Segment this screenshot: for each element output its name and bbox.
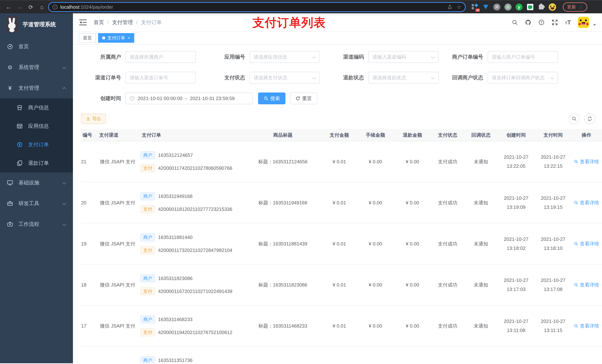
breadcrumb-section[interactable]: 支付管理	[112, 19, 133, 26]
pay-tag: 支付	[140, 205, 155, 213]
col-id: 编号	[81, 132, 98, 138]
refresh-icon	[587, 116, 592, 121]
cell-notify: 未通知	[464, 323, 498, 329]
search-icon[interactable]	[512, 19, 518, 26]
pay-tag: 支付	[140, 287, 155, 295]
tag-close-icon[interactable]: ×	[128, 35, 130, 40]
cell-refund: ¥ 0.00	[394, 159, 431, 165]
monitor-icon	[7, 179, 13, 186]
create-time-range-picker[interactable]: 2021-10-01 00:00:00 - 2021-10-31 23:59:5…	[126, 93, 253, 104]
merchant-tag: 商户	[140, 274, 155, 282]
refresh-icon	[295, 96, 300, 101]
sidebar-item-system[interactable]: ⚙ 系统管理	[0, 57, 73, 78]
briefcase-icon	[7, 221, 13, 228]
filter-label-channel-order-no: 渠道订单号	[81, 74, 126, 81]
avatar-dropdown-icon[interactable]	[593, 24, 596, 26]
channel-order-no-input[interactable]	[126, 72, 196, 83]
sidebar-item-pay[interactable]: ¥ 支付管理	[0, 78, 73, 98]
avatar[interactable]	[578, 17, 589, 28]
export-button[interactable]: 导出	[81, 114, 106, 124]
extension-puzzle-icon[interactable]	[538, 3, 545, 11]
cell-id: 18	[81, 282, 98, 288]
reset-button[interactable]: 重置	[290, 93, 317, 104]
notify-status-select[interactable]: 请选择订单回调商户状态	[488, 72, 558, 83]
site-info-icon[interactable]: i	[53, 5, 57, 10]
extension-chat-icon[interactable]	[527, 3, 534, 11]
sidebar-item-workflow[interactable]: 工作流程	[0, 214, 73, 235]
view-detail-link[interactable]: 查看详情	[572, 199, 601, 206]
col-title: 商品标题	[244, 132, 322, 138]
date-start: 2021-10-01 00:00:00	[138, 96, 182, 101]
cell-amount: ¥ 0.01	[322, 323, 357, 329]
cell-channel: 微信 JSAPI 支付	[98, 241, 140, 247]
sidebar-item-infra[interactable]: 基础设施	[0, 172, 73, 193]
bookmark-star-icon[interactable]: ☆	[457, 4, 461, 10]
view-detail-link[interactable]: 查看详情	[572, 158, 601, 165]
date-end: 2021-10-31 23:59:59	[190, 96, 235, 101]
app-select[interactable]: 请选择应用信息	[249, 51, 320, 63]
filter-label-pay-status: 支付状态	[196, 74, 249, 81]
back-icon[interactable]: ←	[4, 4, 13, 10]
extension-grid-icon[interactable]: 10	[471, 3, 478, 11]
extension-y-icon[interactable]: y	[515, 3, 523, 11]
refresh-table-button[interactable]	[584, 113, 595, 124]
active-dot	[102, 36, 105, 39]
cell-refund: ¥ 0.00	[394, 241, 431, 247]
shop-icon	[16, 104, 23, 111]
sidebar-item-home[interactable]: 首页	[0, 36, 73, 57]
sidebar-item-label: 研发工具	[19, 200, 39, 207]
cell-id: 21	[81, 159, 98, 165]
merchant-tag: 商户	[140, 356, 155, 363]
tag-pay-order[interactable]: 支付订单 ×	[98, 33, 134, 43]
refund-status-select[interactable]: 请选择退款状态	[368, 72, 439, 83]
cell-paid: 2021-10-2713:22:15	[535, 154, 572, 169]
cell-channel: 微信 JSAPI 支付	[98, 323, 140, 329]
toggle-search-button[interactable]	[569, 113, 580, 124]
channel-code-select[interactable]: 请输入渠道编码	[368, 51, 439, 63]
sidebar-item-pay-order[interactable]: 支付订单	[0, 135, 73, 154]
cell-channel: 微信 JSAPI 支付	[98, 199, 140, 206]
sidebar-item-app-info[interactable]: 应用信息	[0, 117, 73, 135]
cell-status: 支付成功	[431, 282, 464, 288]
view-detail-link[interactable]: 查看详情	[572, 323, 601, 329]
pay-status-select[interactable]: 请选择支付状态	[249, 72, 320, 83]
col-fee: 手续金额	[357, 132, 394, 138]
forward-icon[interactable]: →	[15, 4, 24, 10]
sidebar-fold-icon[interactable]	[79, 19, 87, 26]
help-icon[interactable]: ?	[538, 19, 545, 26]
font-size-icon[interactable]: TT	[565, 19, 571, 26]
chevron-down-icon	[62, 201, 66, 205]
search-button[interactable]: 搜索	[258, 93, 285, 104]
col-notify: 回调状态	[464, 132, 498, 138]
extension-command-icon[interactable]: ⌘	[493, 3, 501, 11]
search-icon	[574, 324, 578, 328]
sidebar-item-merchant-info[interactable]: 商户信息	[0, 98, 73, 117]
cell-paid: 2021-10-2713:17:08	[535, 277, 572, 292]
github-icon[interactable]	[525, 19, 531, 26]
merchant-order-no-input[interactable]	[488, 51, 558, 63]
tag-home[interactable]: 首页	[79, 33, 96, 43]
extension-record-icon[interactable]	[504, 3, 512, 11]
top-navbar: 首页 / 支付管理 / 支付订单 支付订单列表 ? TT	[73, 13, 602, 32]
sidebar-item-label: 应用信息	[28, 123, 49, 130]
cell-title: 标题：1635312124656	[244, 158, 322, 165]
merchant-input[interactable]	[126, 51, 196, 63]
share-icon[interactable]	[447, 5, 452, 10]
fullscreen-icon[interactable]	[552, 19, 558, 26]
orders-table: 编号 支付渠道 支付订单 商品标题 支付金额 手续金额 退款金额 支付状态 回调…	[81, 129, 602, 363]
browser-update-button[interactable]: 更新 ⋮	[563, 2, 587, 12]
app-logo[interactable]: 芋道管理系统	[0, 13, 73, 35]
home-icon[interactable]: ⌂	[37, 4, 47, 10]
profile-emoji-icon[interactable]	[549, 3, 556, 11]
view-detail-link[interactable]: 查看详情	[572, 282, 601, 288]
address-bar[interactable]: i localhost:1024/pay/order ☆	[48, 2, 466, 12]
extension-gem-icon[interactable]	[482, 3, 489, 11]
browser-menu-icon[interactable]: ⋮	[579, 5, 583, 10]
search-icon	[574, 200, 578, 205]
sidebar-item-refund-order[interactable]: 退款订单	[0, 154, 73, 172]
search-icon	[574, 241, 578, 246]
sidebar-item-devtools[interactable]: 研发工具	[0, 193, 73, 214]
reload-icon[interactable]: ⟳	[26, 4, 35, 10]
breadcrumb-home[interactable]: 首页	[94, 19, 104, 26]
view-detail-link[interactable]: 查看详情	[572, 241, 601, 247]
